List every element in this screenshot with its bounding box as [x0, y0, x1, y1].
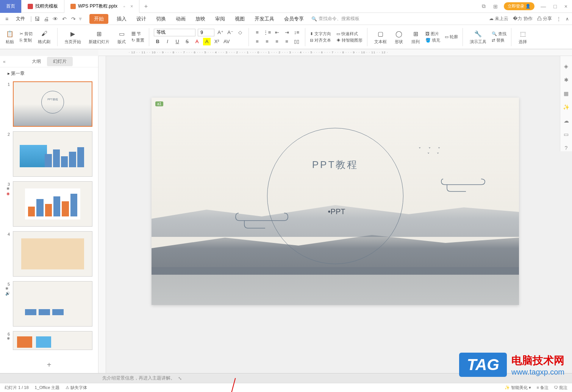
print-icon[interactable]: 🖨 — [42, 15, 50, 23]
clear-format-icon[interactable]: ◇ — [236, 29, 244, 36]
reset-button[interactable]: ↻ 重置 — [131, 37, 144, 43]
thumb-item[interactable]: 3 ✱◉ — [5, 181, 94, 227]
rail-style-icon[interactable]: ◈ — [563, 63, 570, 70]
ribbon-tab-transition[interactable]: 切换 — [155, 14, 167, 24]
rail-element-icon[interactable]: ▦ — [563, 90, 570, 97]
chapter-label[interactable]: ▸ 第一章 — [0, 67, 98, 80]
highlight-button[interactable]: A — [203, 38, 211, 45]
bold-button[interactable]: B — [154, 38, 161, 45]
columns-icon[interactable]: ▯▯ — [293, 38, 300, 45]
convert-shape-button[interactable]: ◈ 转智能图形 — [336, 37, 363, 43]
tab-home[interactable]: 首页 — [0, 0, 22, 13]
ribbon-tab-member[interactable]: 会员专享 — [283, 14, 305, 24]
section-button[interactable]: ☰ 节 — [131, 31, 144, 37]
save-icon[interactable]: 🖫 — [33, 15, 41, 23]
fill-button[interactable]: 🪣 填充 — [425, 37, 440, 43]
superscript-button[interactable]: X² — [213, 38, 220, 45]
outline-tab[interactable]: 大纲 — [26, 57, 47, 66]
font-color-button[interactable]: A — [193, 38, 201, 45]
tools-button[interactable]: 🔧演示工具 — [467, 26, 489, 48]
shape-button[interactable]: ◯形状 — [392, 26, 406, 48]
notes-toggle[interactable]: ≡ 备注 — [536, 385, 548, 390]
slide-thumb-1[interactable]: PPT教程 — [13, 81, 92, 127]
quick-style-button[interactable]: ▭ 快速样式 — [336, 31, 363, 37]
ribbon-tab-start[interactable]: 开始 — [89, 14, 108, 24]
menu-icon[interactable]: ≡ — [3, 15, 11, 23]
ribbon-tab-animation[interactable]: 动画 — [174, 14, 187, 24]
grid-icon[interactable]: ⊞ — [492, 3, 499, 9]
outline-button[interactable]: ▭ 轮廓 — [445, 34, 458, 40]
tab-menu-icon[interactable]: ▫ — [123, 4, 125, 9]
thumb-item[interactable]: 6 ✱ — [5, 331, 94, 350]
align-right-icon[interactable]: ≡ — [273, 38, 281, 45]
underline-button[interactable]: U — [173, 38, 181, 45]
char-spacing-button[interactable]: AV — [223, 38, 230, 45]
tab-template[interactable]: 找稻壳模板 — [22, 0, 64, 13]
paste-group[interactable]: 📋粘贴 — [3, 26, 17, 48]
close-window-icon[interactable]: × — [563, 3, 569, 9]
font-select[interactable] — [154, 29, 195, 36]
number-list-icon[interactable]: ⋮≡ — [263, 29, 271, 36]
decrease-font-icon[interactable]: A⁻ — [227, 29, 234, 36]
slides-tab[interactable]: 幻灯片 — [47, 57, 73, 66]
minimize-icon[interactable]: — — [539, 3, 547, 9]
arrange-button[interactable]: ⊞排列 — [409, 26, 422, 48]
replace-button[interactable]: ⇄ 替换 — [492, 37, 506, 43]
slide-thumb-3[interactable] — [13, 181, 92, 227]
text-direction-button[interactable]: ⬍ 文字方向 — [310, 31, 331, 37]
ribbon-tab-dev[interactable]: 开发工具 — [253, 14, 276, 24]
align-center-icon[interactable]: ≡ — [263, 38, 271, 45]
coop-button[interactable]: �力 协作 — [513, 16, 532, 22]
thumb-item[interactable]: 2 — [5, 131, 94, 177]
size-select[interactable] — [198, 29, 214, 36]
ribbon-tab-slideshow[interactable]: 放映 — [194, 14, 207, 24]
slide-thumb-4[interactable] — [13, 231, 92, 277]
new-tab-button[interactable]: + — [139, 3, 152, 10]
align-left-icon[interactable]: ≡ — [253, 38, 261, 45]
select-button[interactable]: ⬚选择 — [516, 26, 530, 48]
indent-left-icon[interactable]: ⇤ — [273, 29, 281, 36]
layout-button[interactable]: ▭版式 — [115, 26, 128, 48]
rail-ai-icon[interactable]: ✨ — [563, 104, 570, 110]
slide-thumb-2[interactable] — [13, 131, 92, 177]
textbox-button[interactable]: ▢文本框 — [372, 26, 389, 48]
search-box[interactable]: 🔍 查找命令、搜索模板 — [311, 16, 359, 22]
ribbon-tab-view[interactable]: 视图 — [233, 14, 246, 24]
increase-font-icon[interactable]: A⁺ — [217, 29, 224, 36]
slide-thumb-6[interactable] — [13, 331, 92, 350]
format-painter[interactable]: 🖌格式刷 — [36, 26, 53, 48]
start-page[interactable]: ▶当页开始 — [62, 26, 83, 48]
new-slide[interactable]: ⊞新建幻灯片 — [86, 26, 112, 48]
align-text-button[interactable]: ⊟ 对齐文本 — [310, 37, 331, 43]
slide-thumb-5[interactable] — [13, 281, 92, 327]
copy-button[interactable]: ⎘ 复制 — [20, 37, 33, 43]
italic-button[interactable]: I — [164, 38, 171, 45]
slide-canvas[interactable]: a1 PPT教程 •PPT ˅ ˅ ˅ ˅ ˅ — [152, 98, 519, 305]
theme-name[interactable]: 1_Office 主题 — [35, 385, 60, 390]
tab-document[interactable]: WPS PPT教程.pptx▫× — [64, 0, 139, 13]
add-slide-button[interactable]: + — [0, 357, 98, 373]
maximize-icon[interactable]: □ — [552, 3, 558, 9]
collapse-ribbon-icon[interactable]: ∧ — [566, 16, 569, 22]
thumb-item[interactable]: 1 PPT教程 — [5, 81, 94, 127]
cut-button[interactable]: ✂ 剪切 — [20, 31, 33, 37]
close-icon[interactable]: × — [130, 4, 133, 9]
comments-toggle[interactable]: 🗨 批注 — [554, 385, 567, 390]
rail-animation-icon[interactable]: ✱ — [563, 76, 570, 83]
undo-icon[interactable]: ↶ — [61, 15, 68, 23]
login-button[interactable]: 立即登录 👤 — [504, 2, 534, 10]
find-button[interactable]: 🔍 查找 — [492, 31, 506, 37]
slide-title[interactable]: PPT教程 — [312, 158, 359, 171]
rail-present-icon[interactable]: ▭ — [563, 131, 570, 138]
file-menu[interactable]: 文件 — [12, 14, 29, 23]
slide-subtitle[interactable]: •PPT — [328, 207, 345, 216]
line-spacing-icon[interactable]: ↕≡ — [293, 29, 300, 36]
missing-font[interactable]: ⚠ 缺失字体 — [66, 385, 87, 390]
collapse-panel-icon[interactable]: « — [3, 59, 6, 64]
ribbon-tab-review[interactable]: 审阅 — [214, 14, 227, 24]
strike-button[interactable]: S̶ — [183, 38, 191, 45]
share-button[interactable]: 凸 分享 — [537, 16, 552, 22]
beautify-button[interactable]: ✨ 智能美化 ▾ — [505, 385, 531, 390]
align-justify-icon[interactable]: ≡ — [283, 38, 291, 45]
redo-icon[interactable]: ↷ — [70, 15, 77, 23]
